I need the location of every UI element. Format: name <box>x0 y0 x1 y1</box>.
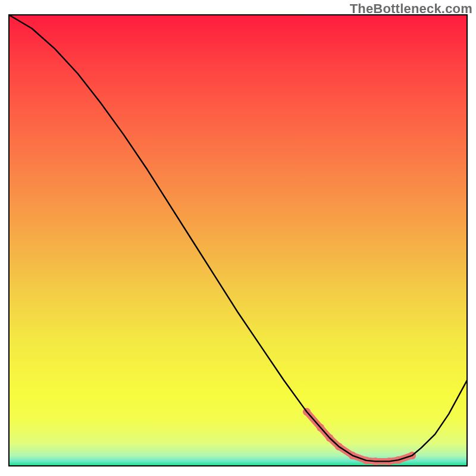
watermark-text: TheBottleneck.com <box>350 1 472 17</box>
bottleneck-chart <box>8 14 468 466</box>
gradient-background <box>9 15 467 466</box>
chart-container <box>8 14 468 466</box>
